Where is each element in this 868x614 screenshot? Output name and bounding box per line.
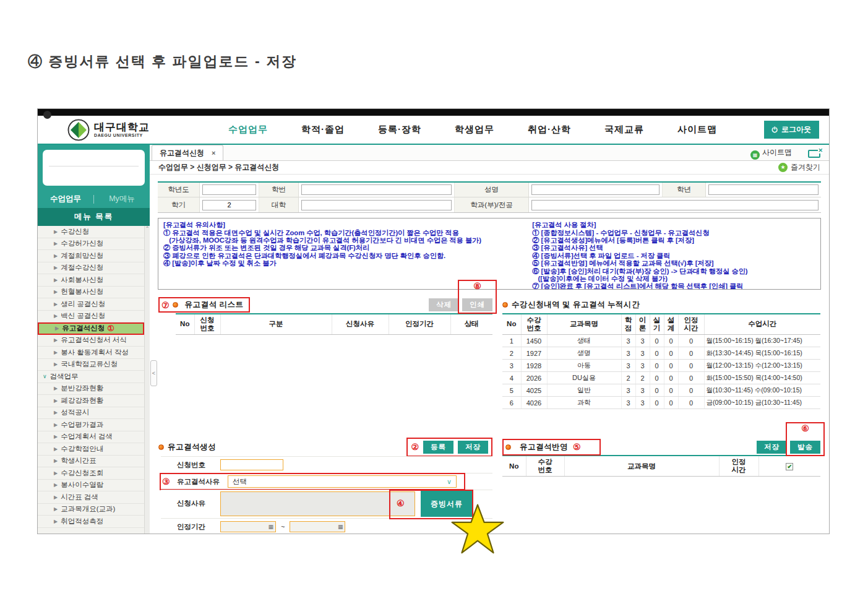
nav-item-4[interactable]: 취업·산학	[528, 124, 571, 136]
period-end-input[interactable]: ▦	[290, 521, 345, 532]
arrow-right-icon: ▶	[55, 326, 59, 331]
nav-item-5[interactable]: 국제교류	[604, 124, 644, 136]
column-header: 인정기간	[389, 314, 450, 335]
sidebar-tab-work[interactable]: 수업업무	[38, 194, 93, 204]
dept-input[interactable]	[531, 200, 819, 210]
sidebar-item-14[interactable]: ▶폐강강좌현황	[38, 395, 144, 407]
column-header: 교과목명	[547, 314, 621, 335]
sidebar-item-label: 교과목개요(교과)	[61, 504, 115, 514]
sidebar-item-label: 계절수강신청	[61, 263, 103, 272]
sidebar-item-12[interactable]: ∨검색업무	[38, 371, 144, 383]
sidebar-menu-list: ▶수강신청▶수강허가신청▶계절희망신청▶계절수강신청▶사회봉사신청▶헌혈봉사신청…	[38, 226, 150, 534]
table-cell: 0	[678, 347, 704, 360]
sidebar-item-3[interactable]: ▶계절수강신청	[38, 262, 144, 275]
reason-type-select[interactable]: 선택 ∨	[228, 475, 457, 488]
sidebar-scrollbar[interactable]: ⌃	[144, 226, 150, 534]
save-button-create[interactable]: 저장	[458, 441, 488, 454]
absence-list-title: 유고결석 리스트	[185, 300, 244, 310]
sidebar-tab-mymenu[interactable]: My메뉴	[94, 194, 150, 204]
arrow-right-icon: ▶	[54, 470, 58, 476]
year-input[interactable]	[202, 184, 256, 195]
enrollment-section: 수강신청내역 및 유고결석 누적시간 No수강 번호교과목명학 점이 론실 기설…	[502, 297, 820, 409]
term-input[interactable]	[202, 200, 256, 210]
period-start-input[interactable]: ▦	[220, 521, 276, 532]
absence-apply-section: 유고결석반영 ⑤ 저장 ⑥ 발송	[502, 439, 820, 477]
sidebar-item-21[interactable]: ▶봉사이수열람	[38, 480, 144, 492]
sitemap-link[interactable]: ▦사이트맵	[750, 147, 792, 160]
page-title: ④ 증빙서류 선택 후 파일업로드 - 저장	[28, 52, 297, 71]
sidebar-item-13[interactable]: ▶분반강좌현황	[38, 383, 144, 396]
table-cell: 3	[635, 397, 650, 409]
table-cell: 화(15:00~15:50) 목(14:00~14:50)	[704, 372, 820, 384]
sidebar-item-10[interactable]: ▶봉사 활동계획서 작성	[38, 347, 144, 359]
sidebar-item-15[interactable]: ▶성적공시	[38, 407, 144, 420]
nav-item-6[interactable]: 사이트맵	[677, 124, 717, 136]
nav-item-0[interactable]: 수업업무	[228, 124, 268, 136]
sidebar-item-23[interactable]: ▶교과목개요(교과)	[38, 504, 144, 516]
sidebar-item-24[interactable]: ▶취업적성측정	[38, 516, 144, 528]
name-input[interactable]	[531, 184, 660, 195]
sidebar-item-11[interactable]: ▶국내학점교류신청	[38, 359, 144, 371]
reason-textarea[interactable]	[220, 491, 415, 516]
sidebar-item-4[interactable]: ▶사회봉사신청	[38, 274, 144, 287]
sidebar-item-label: 검색업무	[50, 372, 79, 381]
sidebar-item-7[interactable]: ▶백신 공결신청	[38, 311, 144, 323]
annotation-1: ①	[107, 324, 114, 333]
annotation-7: ⑦	[161, 301, 170, 309]
sidebar-item-label: 분반강좌현황	[61, 384, 103, 393]
apply-no-input[interactable]	[220, 459, 283, 470]
nav-item-2[interactable]: 등록·장학	[378, 124, 421, 136]
year-label: 학년도	[158, 183, 200, 197]
print-button[interactable]: 인쇄	[462, 298, 492, 311]
sidebar-item-label: 폐강강좌현황	[61, 396, 103, 405]
close-all-windows-icon[interactable]	[808, 150, 820, 158]
table-cell: 2026	[521, 372, 547, 384]
sidebar-item-22[interactable]: ▶시간표 검색	[38, 491, 144, 504]
section-bullet-icon	[173, 302, 178, 308]
delete-button[interactable]: 삭제	[429, 298, 459, 311]
term-label: 학기	[158, 197, 200, 212]
notice-line: ④ [발송]이후 날짜 수정 및 취소 불가	[163, 259, 528, 267]
sidebar-item-18[interactable]: ▶수강학점안내	[38, 443, 144, 456]
college-input[interactable]	[301, 200, 452, 210]
main-nav: 수업업무학적·졸업등록·장학학생업무취업·산학국제교류사이트맵	[188, 124, 745, 136]
column-header: 수강 번호	[526, 456, 564, 477]
reason-label: 신청사유	[177, 499, 220, 508]
apply-title: 유고결석반영	[520, 442, 568, 452]
arrow-right-icon: ▶	[54, 229, 58, 235]
sidebar-item-5[interactable]: ▶헌혈봉사신청	[38, 287, 144, 299]
sidebar-item-17[interactable]: ▶수업계획서 검색	[38, 431, 144, 444]
table-cell: 3	[621, 335, 635, 347]
grade-input[interactable]	[708, 184, 819, 195]
table-cell: 3	[635, 335, 650, 347]
table-cell: 3	[621, 347, 635, 360]
annotation-2: ②	[411, 443, 419, 451]
sidebar-item-label: 봉사이수열람	[61, 480, 103, 490]
nav-item-3[interactable]: 학생업무	[455, 124, 494, 136]
sidebar-item-8[interactable]: ▶유고결석신청①	[38, 322, 144, 335]
send-button[interactable]: 발송	[790, 441, 820, 454]
notice-left: [유고결석 유의사항] ① 유고결석 적용은 대면수업 및 실시간 Zoom 수…	[163, 221, 528, 285]
sidebar-item-20[interactable]: ▶수강신청조회	[38, 467, 144, 480]
column-header: 신청 번호	[194, 314, 220, 335]
nav-item-1[interactable]: 학적·졸업	[301, 124, 345, 136]
sidebar-collapse-handle[interactable]: <	[150, 360, 157, 386]
tab-close-icon[interactable]: ×	[212, 149, 215, 157]
arrow-right-icon: ▶	[54, 506, 58, 512]
sidebar-item-6[interactable]: ▶생리 공결신청	[38, 298, 144, 311]
sidebar-item-9[interactable]: ▶유고결석신청서 서식	[38, 335, 144, 347]
favorite-button[interactable]: ★즐겨찾기	[778, 162, 820, 173]
arrow-right-icon: ▶	[54, 313, 58, 319]
register-button[interactable]: 등록	[423, 441, 453, 454]
enrollment-table: No수강 번호교과목명학 점이 론실 기설 계인정 시간수업시간 11450생태…	[502, 313, 820, 409]
sidebar-item-2[interactable]: ▶계절희망신청	[38, 250, 144, 262]
sidebar-item-0[interactable]: ▶수강신청	[38, 226, 144, 238]
logout-button[interactable]: ⏻ 로그아웃	[764, 121, 820, 139]
hakbun-input[interactable]	[301, 184, 452, 195]
tab-current[interactable]: 유고결석신청 ×	[152, 145, 223, 160]
sidebar-item-16[interactable]: ▶수업평가결과	[38, 419, 144, 431]
select-all-checkbox[interactable]: ✔	[786, 463, 793, 470]
save-button-apply[interactable]: 저장	[757, 441, 787, 454]
sidebar-item-1[interactable]: ▶수강허가신청	[38, 238, 144, 251]
sidebar-item-19[interactable]: ▶학생시간표	[38, 456, 144, 468]
